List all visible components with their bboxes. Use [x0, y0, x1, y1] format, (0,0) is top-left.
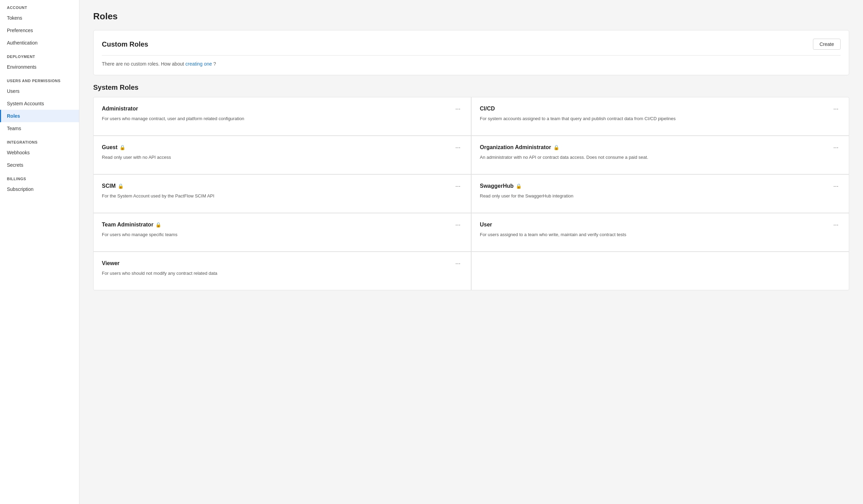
- role-description-user: For users assigned to a team who write, …: [480, 231, 841, 238]
- role-description-swaggerhub: Read only user for the SwaggerHub integr…: [480, 193, 841, 200]
- role-name-user: User: [480, 222, 492, 228]
- sidebar-section-billings: BILLINGS: [0, 171, 79, 183]
- role-menu-button-administrator[interactable]: ···: [453, 105, 463, 113]
- sidebar-section-account: ACCOUNT: [0, 0, 79, 12]
- sidebar-item-webhooks[interactable]: Webhooks: [0, 146, 79, 159]
- sidebar-item-subscription[interactable]: Subscription: [0, 183, 79, 195]
- role-card-viewer: Viewer···For users who should not modify…: [94, 252, 471, 290]
- sidebar-item-environments[interactable]: Environments: [0, 61, 79, 73]
- role-card-team-administrator: Team Administrator🔒···For users who mana…: [94, 213, 471, 251]
- role-card-guest: Guest🔒···Read only user with no API acce…: [94, 136, 471, 174]
- lock-icon: 🔒: [155, 222, 161, 227]
- sidebar-section-deployment: DEPLOYMENT: [0, 49, 79, 61]
- role-card-org-admin: Organization Administrator🔒···An adminis…: [472, 136, 849, 174]
- role-description-org-admin: An administrator with no API or contract…: [480, 154, 841, 161]
- sidebar-section-users-and-permissions: USERS AND PERMISSIONS: [0, 73, 79, 85]
- divider: [102, 55, 841, 56]
- sidebar: ACCOUNTTokensPreferencesAuthenticationDE…: [0, 0, 79, 504]
- sidebar-item-teams[interactable]: Teams: [0, 122, 79, 135]
- system-roles-title: System Roles: [93, 84, 849, 91]
- role-card-user: User···For users assigned to a team who …: [472, 213, 849, 251]
- sidebar-item-system-accounts[interactable]: System Accounts: [0, 97, 79, 110]
- role-menu-button-viewer[interactable]: ···: [453, 260, 463, 267]
- roles-grid: Administrator···For users who manage con…: [93, 97, 849, 290]
- role-card-administrator: Administrator···For users who manage con…: [94, 97, 471, 135]
- lock-icon: 🔒: [516, 183, 522, 189]
- role-card-filler: [472, 252, 849, 290]
- create-button[interactable]: Create: [813, 39, 841, 50]
- sidebar-item-tokens[interactable]: Tokens: [0, 12, 79, 24]
- sidebar-item-users[interactable]: Users: [0, 85, 79, 97]
- sidebar-item-roles[interactable]: Roles: [0, 110, 79, 122]
- role-name-team-administrator: Team Administrator🔒: [102, 222, 161, 228]
- sidebar-item-authentication[interactable]: Authentication: [0, 37, 79, 49]
- role-description-team-administrator: For users who manage specific teams: [102, 231, 463, 238]
- custom-roles-title: Custom Roles: [102, 40, 148, 48]
- role-card-swaggerhub: SwaggerHub🔒···Read only user for the Swa…: [472, 175, 849, 213]
- custom-roles-card: Custom Roles Create There are no custom …: [93, 30, 849, 75]
- lock-icon: 🔒: [553, 145, 559, 150]
- sidebar-item-preferences[interactable]: Preferences: [0, 24, 79, 37]
- sidebar-item-secrets[interactable]: Secrets: [0, 159, 79, 171]
- page-title: Roles: [93, 11, 849, 22]
- creating-one-link[interactable]: creating one: [185, 61, 212, 67]
- role-menu-button-org-admin[interactable]: ···: [831, 144, 841, 151]
- role-name-administrator: Administrator: [102, 106, 138, 112]
- role-name-cicd: CI/CD: [480, 106, 495, 112]
- role-description-scim: For the System Account used by the PactF…: [102, 193, 463, 200]
- role-description-cicd: For system accounts assigned to a team t…: [480, 115, 841, 122]
- role-menu-button-swaggerhub[interactable]: ···: [831, 182, 841, 190]
- lock-icon: 🔒: [118, 183, 124, 189]
- sidebar-section-integrations: INTEGRATIONS: [0, 135, 79, 146]
- role-card-scim: SCIM🔒···For the System Account used by t…: [94, 175, 471, 213]
- role-menu-button-guest[interactable]: ···: [453, 144, 463, 151]
- role-description-administrator: For users who manage contract, user and …: [102, 115, 463, 122]
- role-name-viewer: Viewer: [102, 260, 119, 266]
- custom-roles-header: Custom Roles Create: [102, 39, 841, 50]
- role-description-guest: Read only user with no API access: [102, 154, 463, 161]
- role-menu-button-scim[interactable]: ···: [453, 182, 463, 190]
- custom-roles-empty-text: There are no custom roles. How about cre…: [102, 61, 841, 67]
- role-menu-button-user[interactable]: ···: [831, 221, 841, 229]
- role-menu-button-team-administrator[interactable]: ···: [453, 221, 463, 229]
- main-content: Roles Custom Roles Create There are no c…: [79, 0, 863, 504]
- role-name-scim: SCIM🔒: [102, 183, 124, 189]
- lock-icon: 🔒: [119, 145, 125, 150]
- role-menu-button-cicd[interactable]: ···: [831, 105, 841, 113]
- role-card-cicd: CI/CD···For system accounts assigned to …: [472, 97, 849, 135]
- system-roles-section: System Roles Administrator···For users w…: [93, 84, 849, 290]
- role-name-org-admin: Organization Administrator🔒: [480, 144, 559, 151]
- role-name-swaggerhub: SwaggerHub🔒: [480, 183, 522, 189]
- role-name-guest: Guest🔒: [102, 144, 125, 151]
- role-description-viewer: For users who should not modify any cont…: [102, 270, 463, 277]
